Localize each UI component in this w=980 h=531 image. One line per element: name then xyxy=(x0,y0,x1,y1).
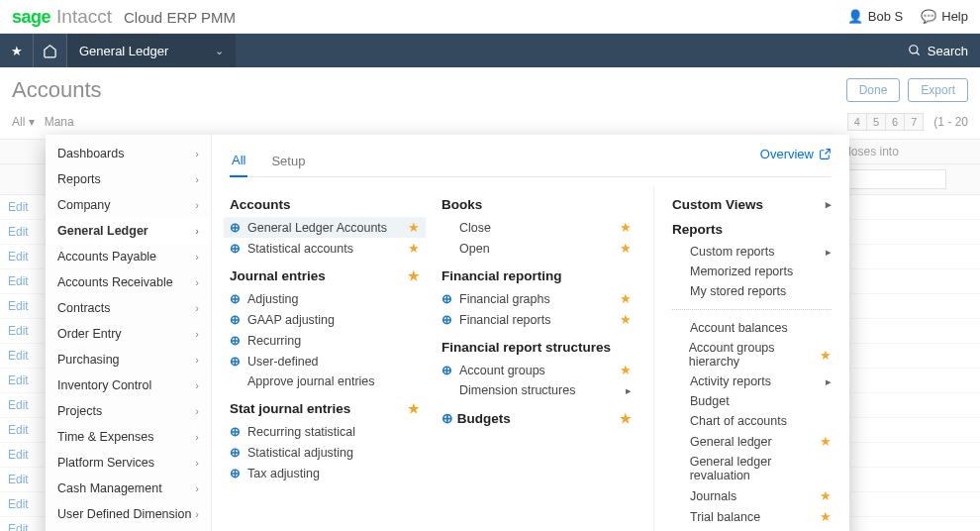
menu-item-label: Recurring xyxy=(247,334,301,348)
edit-link[interactable]: Edit xyxy=(8,373,29,387)
sidebar-item[interactable]: Platform Services› xyxy=(46,450,211,476)
star-icon: ★ xyxy=(408,241,420,256)
tab-setup[interactable]: Setup xyxy=(269,148,307,176)
menu-item-label: Activity reports xyxy=(690,374,771,388)
menu-item-label: Financial reports xyxy=(459,313,550,327)
user-menu[interactable]: 👤 Bob S xyxy=(847,9,903,24)
mega-col-2: Books Close★Open★ Financial reporting ⊕F… xyxy=(441,187,632,531)
edit-link[interactable]: Edit xyxy=(8,473,29,486)
nav-star-icon[interactable]: ★ xyxy=(0,34,34,67)
menu-item[interactable]: Budget xyxy=(672,391,832,411)
menu-item[interactable]: Activity reports▸ xyxy=(672,372,832,391)
menu-item[interactable]: Journals★ xyxy=(672,485,832,506)
menu-item[interactable]: ⊕Recurring xyxy=(230,330,420,351)
edit-link[interactable]: Edit xyxy=(8,299,29,313)
menu-item[interactable]: My stored reports xyxy=(672,281,832,301)
chevron-right-icon: › xyxy=(195,276,199,288)
edit-link[interactable]: Edit xyxy=(8,349,29,363)
sidebar-item[interactable]: Order Entry› xyxy=(46,321,211,347)
edit-link[interactable]: Edit xyxy=(8,448,29,462)
sidebar-item[interactable]: Time & Expenses› xyxy=(46,424,211,450)
sidebar-item[interactable]: Company› xyxy=(46,192,211,218)
edit-link[interactable]: Edit xyxy=(8,324,29,338)
menu-item[interactable]: ⊕General Ledger Accounts★ xyxy=(224,217,426,238)
menu-item[interactable]: General ledger★ xyxy=(672,431,832,452)
menu-item[interactable]: ⊕GAAP adjusting xyxy=(230,309,420,330)
menu-item[interactable]: Approve journal entries xyxy=(230,372,420,391)
star-icon: ★ xyxy=(408,220,420,235)
sidebar-item[interactable]: Reports› xyxy=(46,166,211,192)
edit-link[interactable]: Edit xyxy=(8,398,29,412)
overview-link[interactable]: Overview xyxy=(742,135,849,173)
closes-into-input[interactable] xyxy=(839,169,946,189)
chevron-right-icon: › xyxy=(195,148,199,159)
menu-item-label: Account groups hierarchy xyxy=(689,341,814,369)
mega-menu: Dashboards›Reports›Company›General Ledge… xyxy=(46,135,849,531)
sidebar-item[interactable]: Contracts› xyxy=(46,295,211,321)
menu-item[interactable]: Dimension structures▸ xyxy=(441,380,632,400)
star-icon: ★ xyxy=(620,411,632,426)
sidebar-item[interactable]: Purchasing› xyxy=(46,347,211,372)
menu-item-label: Journals xyxy=(690,489,736,503)
tab-all[interactable]: All xyxy=(230,147,247,177)
sidebar-item[interactable]: General Ledger› xyxy=(46,218,211,244)
col-closes: Closes into xyxy=(832,140,980,164)
menu-item[interactable]: ⊕User-defined xyxy=(230,351,420,372)
menu-item[interactable]: ⊕Recurring statistical xyxy=(230,421,420,442)
star-icon: ★ xyxy=(620,291,632,306)
menu-item[interactable]: Custom reports▸ xyxy=(672,242,832,262)
menu-item[interactable]: Open★ xyxy=(441,238,632,259)
menu-item[interactable]: ⊕Financial reports★ xyxy=(441,309,632,330)
menu-item[interactable]: Close★ xyxy=(441,217,632,238)
sidebar-item[interactable]: Accounts Receivable› xyxy=(46,269,211,295)
edit-link[interactable]: Edit xyxy=(8,423,29,437)
edit-link[interactable]: Edit xyxy=(8,522,29,531)
done-button[interactable]: Done xyxy=(846,78,901,102)
group-budgets[interactable]: ⊕ Budgets ★ xyxy=(441,410,632,426)
star-icon: ★ xyxy=(820,509,832,524)
menu-item[interactable]: Chart of accounts xyxy=(672,411,832,431)
edit-link[interactable]: Edit xyxy=(8,200,29,214)
star-icon: ★ xyxy=(620,220,632,235)
filter-manage[interactable]: Mana xyxy=(45,115,74,129)
menu-item[interactable]: Account groups hierarchy★ xyxy=(672,338,832,372)
sidebar-item[interactable]: Cash Management› xyxy=(46,476,211,501)
group-frs: Financial report structures xyxy=(441,340,632,355)
nav-search[interactable]: Search xyxy=(896,34,980,67)
menu-item[interactable]: ⊕Tax adjusting xyxy=(230,463,420,483)
edit-link[interactable]: Edit xyxy=(8,225,29,239)
menu-item[interactable]: General ledger revaluation xyxy=(672,452,832,485)
menu-item[interactable]: ⊕Financial graphs★ xyxy=(441,288,632,309)
menu-item-label: Trial balance xyxy=(690,510,760,524)
sidebar-item[interactable]: User Defined Dimension› xyxy=(46,501,211,527)
help-link[interactable]: 💬 Help xyxy=(921,9,968,24)
sidebar-item[interactable]: Accounts Payable› xyxy=(46,244,211,269)
sidebar-item[interactable]: Dashboards› xyxy=(46,141,211,166)
module-dropdown[interactable]: General Ledger ⌄ xyxy=(67,34,236,67)
filter-all[interactable]: All ▾ xyxy=(12,115,35,129)
sidebar-item[interactable]: Projects› xyxy=(46,398,211,424)
group-accounts: Accounts xyxy=(230,197,420,212)
menu-item[interactable]: ⊕Statistical adjusting xyxy=(230,442,420,463)
menu-item[interactable]: ⊕Adjusting xyxy=(230,288,420,309)
menu-item[interactable]: Trial balance, comparative xyxy=(672,527,832,531)
menu-item-label: Adjusting xyxy=(247,292,298,306)
export-button[interactable]: Export xyxy=(908,78,968,102)
nav-home-icon[interactable] xyxy=(34,34,67,67)
help-label: Help xyxy=(941,9,968,24)
menu-item[interactable]: Account balances xyxy=(672,318,832,338)
module-label: General Ledger xyxy=(79,44,168,58)
menu-item-label: Custom reports xyxy=(690,245,774,259)
pager[interactable]: 4567 xyxy=(847,113,925,131)
menu-item[interactable]: ⊕Statistical accounts★ xyxy=(230,238,420,259)
edit-link[interactable]: Edit xyxy=(8,497,29,511)
edit-link[interactable]: Edit xyxy=(8,250,29,264)
edit-link[interactable]: Edit xyxy=(8,274,29,288)
group-custom-views[interactable]: Custom Views▸ xyxy=(672,197,832,212)
add-icon: ⊕ xyxy=(441,363,453,377)
menu-item[interactable]: ⊕Account groups★ xyxy=(441,360,632,380)
sidebar-item[interactable]: Inventory Control› xyxy=(46,372,211,398)
menu-item[interactable]: Memorized reports xyxy=(672,262,832,281)
menu-item-label: Chart of accounts xyxy=(690,414,787,428)
menu-item[interactable]: Trial balance★ xyxy=(672,506,832,527)
